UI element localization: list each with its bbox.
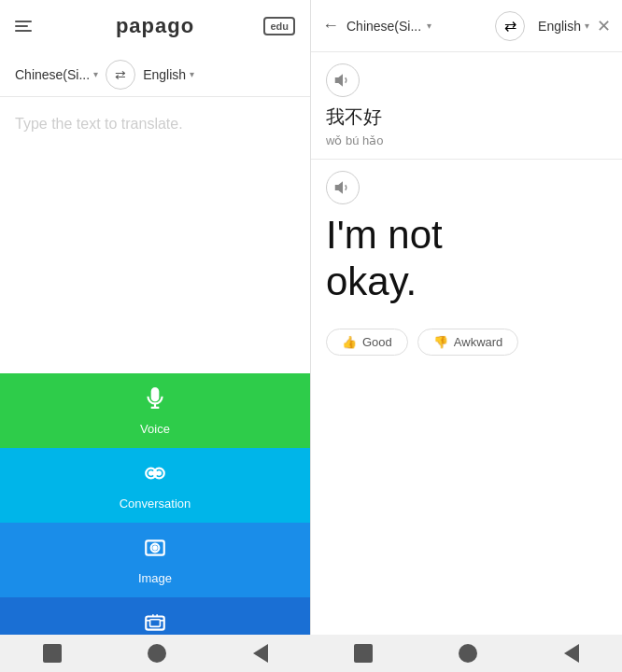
voice-label: Voice <box>140 422 170 436</box>
translation-section: I'm notokay. 👍 Good 👎 Awkward <box>311 160 622 672</box>
hamburger-menu-button[interactable] <box>15 21 32 32</box>
nav-square-right[interactable] <box>354 644 373 663</box>
close-button-right[interactable]: ✕ <box>597 16 611 36</box>
mic-icon <box>143 386 167 416</box>
nav-back-right[interactable] <box>564 644 579 663</box>
thumbs-up-icon: 👍 <box>342 335 357 349</box>
conversation-label: Conversation <box>120 497 191 511</box>
good-button[interactable]: 👍 Good <box>326 329 408 356</box>
bottom-tabs: Voice Conversation <box>0 373 310 672</box>
right-panel: ← Chinese(Si... ▾ ⇄ English ▾ ✕ 我不好 wǒ b… <box>311 0 622 672</box>
bottom-nav <box>0 635 622 672</box>
svg-rect-0 <box>152 388 159 400</box>
swap-button-right[interactable]: ⇄ <box>495 11 525 41</box>
swap-icon-right: ⇄ <box>504 17 516 35</box>
input-placeholder: Type the text to translate. <box>15 116 295 133</box>
image-tab[interactable]: Image <box>0 523 310 597</box>
lang-row-right: Chinese(Si... ▾ <box>346 19 488 34</box>
source-lang-right: Chinese(Si... <box>346 19 421 34</box>
image-icon <box>143 536 167 566</box>
lang-row-left: Chinese(Si... ▾ ⇄ English ▾ <box>0 52 310 97</box>
translation-speaker-button[interactable] <box>326 171 360 204</box>
svg-rect-12 <box>150 619 161 626</box>
source-lang-button[interactable]: Chinese(Si... ▾ <box>15 67 98 82</box>
voice-tab[interactable]: Voice <box>0 373 310 448</box>
app-logo: papago <box>116 14 194 38</box>
target-lang-button-left[interactable]: English ▾ <box>143 67 194 82</box>
nav-back-left[interactable] <box>253 644 268 663</box>
nav-square-left[interactable] <box>43 644 62 663</box>
source-chinese-text: 我不好 <box>326 105 607 130</box>
translated-text: I'm notokay. <box>326 212 607 306</box>
awkward-button[interactable]: 👎 Awkward <box>417 329 519 356</box>
text-input-area[interactable]: Type the text to translate. <box>0 97 310 373</box>
right-header: ← Chinese(Si... ▾ ⇄ English ▾ ✕ <box>311 0 622 52</box>
left-panel: papago edu Chinese(Si... ▾ ⇄ English ▾ T… <box>0 0 311 672</box>
svg-rect-11 <box>146 616 164 629</box>
svg-point-10 <box>153 546 156 549</box>
nav-circle-right[interactable] <box>459 644 477 663</box>
edu-badge: edu <box>263 17 295 35</box>
swap-icon: ⇄ <box>115 67 126 82</box>
source-speaker-button[interactable] <box>326 63 360 97</box>
source-pinyin: wǒ bú hǎo <box>326 133 607 147</box>
svg-point-6 <box>153 471 156 474</box>
target-lang-button-right[interactable]: English ▾ <box>538 19 589 34</box>
svg-marker-17 <box>336 76 343 86</box>
svg-point-5 <box>149 471 152 474</box>
thumbs-down-icon: 👎 <box>433 335 448 349</box>
source-section: 我不好 wǒ bú hǎo <box>311 52 622 160</box>
svg-point-7 <box>158 471 161 474</box>
svg-marker-18 <box>336 183 343 193</box>
conversation-tab[interactable]: Conversation <box>0 448 310 523</box>
nav-circle-left[interactable] <box>148 644 166 663</box>
back-button[interactable]: ← <box>322 16 339 35</box>
swap-button[interactable]: ⇄ <box>106 60 135 90</box>
left-header: papago edu <box>0 0 310 52</box>
feedback-row: 👍 Good 👎 Awkward <box>326 329 607 356</box>
conversation-icon <box>143 461 167 491</box>
image-label: Image <box>138 571 172 585</box>
